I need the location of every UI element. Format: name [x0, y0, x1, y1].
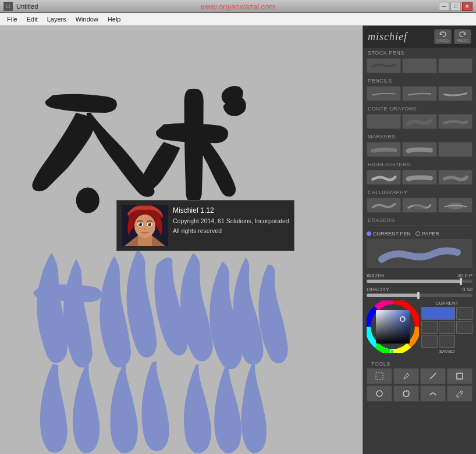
svg-point-0 [76, 188, 100, 213]
tool-pen[interactable] [447, 385, 473, 402]
highlighters-grid [363, 169, 476, 187]
highlighter-2[interactable] [402, 170, 436, 185]
swatch-5[interactable] [456, 321, 473, 334]
stock-pen-2[interactable] [402, 58, 436, 73]
current-pen-radio[interactable]: CURRENT PEN [367, 231, 411, 237]
pen-radio-row: CURRENT PEN PAPER [367, 230, 473, 239]
calligraphy-label: CALLIGRAPHY [363, 187, 476, 196]
stock-pen-3[interactable] [438, 58, 473, 73]
swatch-7[interactable] [439, 335, 455, 348]
svg-line-22 [460, 392, 462, 394]
tool-path[interactable] [420, 385, 446, 402]
tools-label: TOOLS [367, 359, 473, 368]
close-button[interactable]: ✕ [462, 2, 473, 11]
current-swatch-label: CURRENT [421, 301, 473, 306]
tool-marquee[interactable] [367, 368, 392, 384]
menu-help[interactable]: Help [103, 15, 126, 24]
svg-point-4 [134, 215, 155, 238]
conte-1[interactable] [367, 114, 401, 129]
calligraphy-2[interactable] [402, 198, 436, 213]
svg-point-10 [148, 223, 150, 224]
swatch-6[interactable] [421, 335, 438, 348]
undo-redo-buttons: UNDO REDO [434, 29, 471, 44]
current-pen-radio-dot [367, 231, 371, 236]
redo-button[interactable]: REDO [454, 29, 471, 44]
menu-window[interactable]: Window [71, 15, 103, 24]
maximize-button[interactable]: □ [450, 2, 461, 11]
pencil-2[interactable] [402, 86, 436, 101]
swatch-3[interactable] [421, 321, 438, 334]
menu-layers[interactable]: Layers [42, 15, 71, 24]
swatch-4[interactable] [439, 321, 455, 334]
svg-point-9 [139, 223, 140, 224]
pencil-3[interactable] [438, 86, 473, 101]
paper-radio[interactable]: PAPER [415, 231, 439, 237]
pen-preview [367, 239, 473, 268]
title-bar: □ Untitled www.ouyaoxiazai.com ─ □ ✕ [0, 0, 476, 13]
right-panel: mischief UNDO REDO [363, 26, 476, 454]
tool-rectangle[interactable] [447, 368, 473, 384]
color-wheel[interactable] [367, 301, 419, 353]
conte-2[interactable] [402, 114, 436, 129]
marker-2[interactable] [402, 142, 436, 157]
highlighters-label: HIGHLIGHTERS [363, 159, 476, 169]
svg-rect-18 [376, 373, 383, 380]
divider-1 [367, 226, 473, 226]
about-dialog: Mischief 1.12 Copyright 2014, 61 Solutio… [116, 200, 294, 251]
calligraphy-3[interactable] [438, 198, 473, 213]
stock-pens-label: STOCK PENS [363, 48, 476, 57]
marker-1[interactable] [367, 142, 401, 157]
minimize-button[interactable]: ─ [439, 2, 449, 11]
markers-label: MARKERS [363, 131, 476, 141]
svg-point-21 [376, 391, 382, 396]
opacity-slider-thumb [417, 292, 420, 299]
panel-header: mischief UNDO REDO [363, 26, 476, 48]
mischief-logo: mischief [368, 31, 407, 43]
canvas-area[interactable]: Mischief 1.12 Copyright 2014, 61 Solutio… [0, 26, 363, 454]
tools-grid [367, 368, 473, 402]
stock-pen-1[interactable] [367, 58, 401, 73]
saved-swatch-label: SAVED [421, 349, 473, 354]
svg-point-7 [138, 223, 142, 226]
width-slider[interactable] [367, 280, 473, 283]
opacity-slider[interactable] [367, 294, 473, 297]
swatch-current[interactable] [421, 307, 455, 320]
tool-line[interactable] [420, 368, 446, 384]
calligraphy-1[interactable] [367, 198, 401, 213]
tools-section: TOOLS [363, 356, 476, 404]
color-section: CURRENT SAVED [363, 298, 476, 356]
width-slider-thumb [460, 278, 462, 285]
opacity-section: OPACITY 0.50 [363, 284, 476, 298]
svg-point-8 [148, 223, 151, 226]
window-title: Untitled [16, 3, 439, 10]
tool-eyedropper[interactable] [393, 368, 419, 384]
menu-bar: File Edit Layers Window Help [0, 13, 476, 26]
tool-ellipse[interactable] [367, 385, 392, 402]
highlighter-3[interactable] [438, 170, 473, 185]
pencil-1[interactable] [367, 86, 401, 101]
window-controls: ─ □ ✕ [439, 2, 473, 11]
width-slider-fill [367, 280, 462, 283]
conte-crayons-grid [363, 113, 476, 131]
calligraphy-grid [363, 196, 476, 215]
erasers-label: ERASERS [363, 215, 476, 224]
marker-3[interactable] [438, 142, 473, 157]
svg-point-11 [413, 204, 426, 210]
app-icon: □ [3, 2, 13, 11]
conte-3[interactable] [438, 114, 473, 129]
stock-pens-grid [363, 57, 476, 76]
about-text: Mischief 1.12 Copyright 2014, 61 Solutio… [173, 205, 289, 236]
tool-lasso[interactable] [393, 385, 419, 402]
swatch-2[interactable] [456, 307, 473, 320]
main-layout: Mischief 1.12 Copyright 2014, 61 Solutio… [0, 26, 476, 454]
svg-rect-20 [457, 373, 463, 379]
width-label-row: WIDTH 30.0 P [367, 271, 473, 280]
current-pen-section: CURRENT PEN PAPER [363, 227, 476, 270]
menu-file[interactable]: File [2, 15, 22, 24]
highlighter-1[interactable] [367, 170, 401, 185]
menu-edit[interactable]: Edit [22, 15, 42, 24]
undo-button[interactable]: UNDO [434, 29, 452, 44]
opacity-slider-fill [367, 294, 420, 297]
pencils-label: PENCILS [363, 76, 476, 85]
color-swatches: CURRENT SAVED [421, 301, 473, 354]
